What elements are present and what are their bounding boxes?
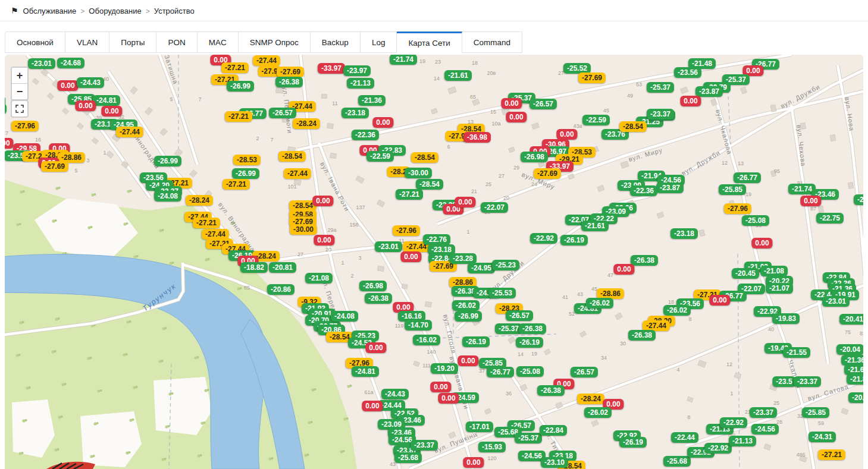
- signal-badge[interactable]: -24.43: [77, 77, 104, 88]
- signal-badge[interactable]: -20.86: [267, 284, 294, 295]
- signal-badge[interactable]: 0.00: [430, 382, 451, 392]
- signal-badge[interactable]: -21.08: [305, 273, 333, 284]
- signal-badge[interactable]: -26.98: [521, 152, 548, 162]
- signal-badge[interactable]: -27.21: [396, 189, 423, 200]
- fullscreen-button[interactable]: [11, 100, 29, 118]
- signal-badge[interactable]: -23.87: [656, 182, 684, 193]
- signal-badge[interactable]: 0.00: [463, 457, 484, 468]
- signal-badge[interactable]: -28.24: [293, 118, 320, 129]
- signal-badge[interactable]: -24.81: [352, 366, 379, 377]
- signal-badge[interactable]: -28.53: [233, 155, 261, 165]
- signal-badge[interactable]: -26.38: [365, 293, 392, 304]
- signal-badge[interactable]: 0.00: [438, 393, 459, 404]
- signal-badge[interactable]: -23.37: [794, 376, 821, 387]
- signal-badge[interactable]: -26.57: [529, 99, 557, 109]
- signal-badge[interactable]: -26.38: [628, 330, 656, 341]
- signal-badge[interactable]: -26.77: [734, 172, 761, 183]
- signal-badge[interactable]: 0.00: [457, 355, 478, 366]
- signal-badge[interactable]: -26.19: [560, 235, 588, 245]
- signal-badge[interactable]: 0.00: [751, 238, 772, 248]
- signal-badge[interactable]: -27.21: [223, 179, 250, 190]
- signal-badge[interactable]: -26.99: [154, 156, 181, 166]
- signal-badge[interactable]: -27.69: [534, 168, 561, 179]
- network-map[interactable]: вул. Мирувул. Мирувул. Дружбивул. Дружби…: [5, 55, 863, 469]
- signal-badge[interactable]: -28.54: [411, 152, 438, 163]
- signal-badge[interactable]: -22.36: [352, 130, 379, 140]
- signal-badge[interactable]: -26.99: [455, 311, 482, 322]
- signal-badge[interactable]: -27.96: [393, 225, 420, 236]
- signal-badge[interactable]: 0.00: [312, 196, 333, 206]
- signal-badge[interactable]: -27.21: [818, 449, 845, 460]
- signal-badge[interactable]: -30.00: [290, 224, 317, 235]
- signal-badge[interactable]: -23.87: [695, 86, 723, 97]
- signal-badge[interactable]: -19.20: [431, 363, 458, 374]
- signal-badge[interactable]: -27.69: [41, 161, 68, 172]
- signal-badge[interactable]: -21.61: [444, 70, 472, 81]
- signal-badge[interactable]: -25.68: [663, 456, 691, 467]
- signal-badge[interactable]: 0.00: [506, 112, 527, 122]
- signal-badge[interactable]: 0.00: [501, 98, 522, 109]
- zoom-in-button[interactable]: +: [12, 68, 27, 84]
- signal-badge[interactable]: -20.41: [839, 314, 863, 325]
- signal-badge[interactable]: -25.68: [394, 452, 422, 463]
- tab-mac[interactable]: MAC: [198, 32, 239, 53]
- signal-badge[interactable]: -25.37: [515, 433, 542, 443]
- signal-badge[interactable]: -15.93: [478, 442, 506, 452]
- signal-badge[interactable]: -24.31: [809, 432, 836, 442]
- signal-badge[interactable]: 0.00: [800, 196, 821, 206]
- signal-badge[interactable]: -22.92: [530, 233, 557, 244]
- signal-badge[interactable]: -25.08: [516, 366, 544, 377]
- signal-badge[interactable]: 0.00: [362, 401, 383, 411]
- signal-badge[interactable]: -26.38: [537, 385, 565, 396]
- signal-badge[interactable]: -24.68: [57, 58, 84, 68]
- tab-pon[interactable]: PON: [156, 32, 197, 53]
- signal-badge[interactable]: -33.97: [318, 63, 345, 74]
- signal-badge[interactable]: -24.81: [93, 95, 120, 106]
- signal-badge[interactable]: -26.38: [275, 77, 303, 87]
- signal-badge[interactable]: 0.00: [75, 100, 96, 111]
- signal-badge[interactable]: -26.02: [586, 298, 613, 309]
- signal-badge[interactable]: -26.38: [519, 323, 546, 334]
- signal-badge[interactable]: -22.59: [366, 151, 394, 162]
- tab-snmp-опрос[interactable]: SNMP Опрос: [239, 32, 311, 53]
- signal-badge[interactable]: -20.64: [848, 392, 863, 403]
- breadcrumb-item[interactable]: Устройство: [154, 7, 195, 15]
- signal-badge[interactable]: -26.19: [619, 437, 647, 448]
- tab-порты[interactable]: Порты: [109, 32, 156, 53]
- signal-badge[interactable]: -26.02: [663, 305, 691, 316]
- signal-badge[interactable]: -24.08: [154, 191, 181, 202]
- tab-основной[interactable]: Основной: [5, 32, 65, 53]
- signal-badge[interactable]: -27.44: [116, 127, 143, 137]
- signal-badge[interactable]: -23.10: [541, 457, 568, 468]
- signal-badge[interactable]: -26.02: [584, 407, 612, 418]
- signal-badge[interactable]: -27.96: [724, 203, 751, 214]
- signal-badge[interactable]: -27.44: [253, 55, 280, 66]
- breadcrumb-item[interactable]: Обслуживание: [23, 7, 77, 15]
- signal-badge[interactable]: -26.02: [452, 300, 480, 311]
- signal-badge[interactable]: -25.23: [492, 260, 519, 270]
- signal-badge[interactable]: -23.18: [670, 228, 698, 239]
- signal-badge[interactable]: -24.43: [381, 389, 409, 399]
- signal-badge[interactable]: 0.00: [613, 264, 634, 275]
- zoom-out-button[interactable]: −: [12, 84, 27, 99]
- signal-badge[interactable]: -20.04: [836, 344, 863, 355]
- signal-badge[interactable]: -25.85: [719, 184, 746, 195]
- signal-badge[interactable]: -19.83: [772, 313, 800, 324]
- signal-badge[interactable]: -14.70: [405, 320, 432, 330]
- signal-badge[interactable]: -25.85: [802, 407, 829, 418]
- signal-badge[interactable]: 0.00: [400, 251, 421, 262]
- signal-badge[interactable]: -27.44: [284, 168, 311, 179]
- signal-badge[interactable]: -28.54: [278, 151, 306, 162]
- signal-badge[interactable]: -26.77: [487, 367, 514, 377]
- signal-badge[interactable]: -22.07: [481, 202, 508, 213]
- tab-vlan[interactable]: VLAN: [65, 32, 109, 53]
- signal-badge[interactable]: -28.54: [619, 121, 647, 132]
- signal-badge[interactable]: 0.00: [556, 129, 577, 140]
- signal-badge[interactable]: 0.00: [455, 197, 475, 207]
- signal-badge[interactable]: -21.13: [347, 78, 374, 89]
- signal-badge[interactable]: -26.99: [232, 168, 259, 179]
- signal-badge[interactable]: -26.19: [462, 336, 490, 347]
- signal-badge[interactable]: -23.56: [674, 67, 701, 78]
- signal-badge[interactable]: -23.01: [28, 58, 55, 69]
- signal-badge[interactable]: 0.00: [101, 106, 122, 117]
